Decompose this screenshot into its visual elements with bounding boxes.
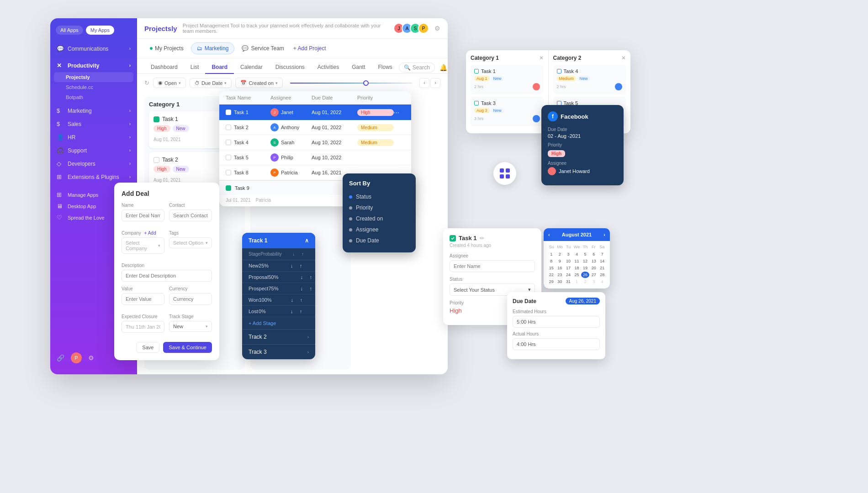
up-icon[interactable]: ↑ <box>309 274 315 280</box>
tab-activities[interactable]: Activities <box>311 61 345 74</box>
cat-card-task4[interactable]: Task 4 Medium New 2 hrs <box>553 65 626 94</box>
grid-icon-circle[interactable] <box>493 162 516 185</box>
save-button[interactable]: Save <box>136 342 159 353</box>
row-checkbox[interactable] <box>226 155 231 160</box>
sort-item-status[interactable]: Status <box>349 191 409 202</box>
company-select[interactable]: Select Company ▾ <box>122 237 164 254</box>
cat-checkbox[interactable] <box>557 69 561 73</box>
tab-discussions[interactable]: Discussions <box>269 61 311 74</box>
tab-service-team[interactable]: 💬 Service Team <box>236 43 289 54</box>
actual-hours-label: Actual Hours <box>513 331 600 336</box>
track-2-section[interactable]: Track 2 › <box>242 329 315 344</box>
closure-input[interactable] <box>122 321 164 333</box>
add-company-button[interactable]: + Add <box>144 231 156 236</box>
currency-input[interactable] <box>169 293 212 305</box>
cat-card-task1[interactable]: Task 1 Aug 1 New 2 hrs <box>471 65 544 94</box>
row-checkbox[interactable] <box>226 140 231 145</box>
sidebar-tab-all-apps[interactable]: All Apps <box>56 26 83 35</box>
up-icon[interactable]: ↑ <box>300 297 309 303</box>
refresh-icon[interactable]: ↻ <box>144 79 149 86</box>
down-icon[interactable]: ↓ <box>300 274 309 280</box>
header-settings-icon[interactable]: ⚙ <box>434 25 440 32</box>
sort-item-priority[interactable]: Priority <box>349 202 409 213</box>
add-project-button[interactable]: + Add Project <box>293 45 326 52</box>
tab-calendar[interactable]: Calendar <box>234 61 269 74</box>
prev-month-icon[interactable]: ‹ <box>548 232 550 237</box>
cat-checkbox[interactable] <box>474 101 479 105</box>
down-icon[interactable]: ↓ <box>291 309 300 314</box>
link-icon[interactable]: 🔗 <box>57 354 64 362</box>
sort-item-assignee[interactable]: Assignee <box>349 224 409 235</box>
notification-icon[interactable]: 🔔 <box>439 64 447 71</box>
tab-gantt[interactable]: Gantt <box>345 61 371 74</box>
next-arrow[interactable]: › <box>430 78 440 88</box>
cat-card-task3[interactable]: Task 3 Aug 3 New 3 hrs <box>471 97 544 126</box>
sidebar-tab-my-apps[interactable]: My Apps <box>86 26 114 35</box>
close-icon[interactable]: ✕ <box>621 55 626 61</box>
collapse-icon[interactable]: ∧ <box>305 237 309 244</box>
task-checkbox[interactable] <box>153 116 159 122</box>
due-date-filter[interactable]: ⏱ Due Date ▾ <box>190 78 232 88</box>
add-stage-button[interactable]: + Add Stage <box>242 317 315 329</box>
created-on-filter[interactable]: 📅 Created on ▾ <box>235 78 282 88</box>
sidebar-item-communications[interactable]: 💬 Communications › <box>50 42 137 55</box>
task-check[interactable] <box>450 235 456 241</box>
search-input[interactable]: 🔍 Search <box>399 63 435 73</box>
next-month-icon[interactable]: › <box>603 232 605 237</box>
sidebar-item-botpath[interactable]: Botpath <box>50 92 137 102</box>
table-row[interactable]: Task 4 S Sarah Aug 10, 2022 Medium <box>219 135 411 150</box>
down-icon[interactable]: ↓ <box>300 286 309 291</box>
tab-my-projects[interactable]: My Projects <box>144 43 189 54</box>
sidebar-item-marketing[interactable]: $ Marketing › <box>50 104 137 117</box>
tab-dashboard[interactable]: Dashboard <box>144 61 184 74</box>
contact-input[interactable] <box>169 210 212 221</box>
save-continue-button[interactable]: Save & Continue <box>163 342 212 353</box>
open-filter[interactable]: ◉ Open ▾ <box>153 78 186 88</box>
tags-select[interactable]: Select Option ▾ <box>169 237 212 248</box>
up-icon[interactable]: ↑ <box>309 286 315 291</box>
sidebar-item-developers[interactable]: ◇ Developers › <box>50 157 137 170</box>
assignee-input[interactable] <box>450 260 535 272</box>
up-icon[interactable]: ↑ <box>300 263 309 268</box>
edit-icon[interactable]: ✏ <box>480 235 484 241</box>
track-3-section[interactable]: Track 3 › <box>242 344 315 359</box>
down-icon[interactable]: ↓ <box>291 263 300 268</box>
value-input[interactable] <box>122 293 164 305</box>
tab-flows[interactable]: Flows <box>372 61 399 74</box>
tab-board[interactable]: Board <box>205 61 234 74</box>
track-stage-select[interactable]: New ▾ <box>169 321 212 332</box>
description-input[interactable] <box>122 270 212 282</box>
sidebar-item-schedulecc[interactable]: Schedule.cc <box>50 82 137 92</box>
sidebar-item-extensions[interactable]: ⊞ Extensions & Plugins › <box>50 170 137 184</box>
row-checkbox[interactable] <box>226 110 231 115</box>
table-row[interactable]: Task 2 A Anthony Aug 01, 2022 Medium <box>219 120 411 135</box>
row-checkbox[interactable] <box>226 170 231 175</box>
sidebar-item-projectsly[interactable]: Projectsly <box>54 72 133 82</box>
more-options-icon[interactable]: ··· <box>394 109 405 116</box>
task-checkbox[interactable] <box>226 185 231 191</box>
tab-list[interactable]: List <box>184 61 206 74</box>
cat-checkbox[interactable] <box>474 69 479 73</box>
deal-name-input[interactable] <box>122 210 164 221</box>
sidebar-item-productivity[interactable]: ✕ Productivity › <box>50 59 137 72</box>
task-checkbox[interactable] <box>153 157 159 163</box>
tab-marketing[interactable]: 🗂 Marketing <box>191 42 235 54</box>
sort-item-due-date[interactable]: Due Date <box>349 235 409 246</box>
close-icon[interactable]: ✕ <box>539 55 544 61</box>
sort-item-created-on[interactable]: Created on <box>349 213 409 224</box>
settings-icon[interactable]: ⚙ <box>88 354 94 362</box>
table-row-highlighted[interactable]: Task 1 J Janet Aug 01, 2022 High ··· <box>219 105 411 120</box>
row-checkbox[interactable] <box>226 125 231 130</box>
task-date: Aug 01, 2021 <box>153 137 181 142</box>
sidebar-item-sales[interactable]: $ Sales › <box>50 117 137 131</box>
highlighted-day[interactable]: 26 <box>581 272 589 278</box>
table-row[interactable]: Task 5 P Philip Aug 10, 2022 <box>219 150 411 165</box>
down-icon[interactable]: ↓ <box>291 297 300 303</box>
prev-arrow[interactable]: ‹ <box>419 78 429 88</box>
track-1-header[interactable]: Track 1 ∧ <box>242 233 315 248</box>
track-row-new: New 25% ↓ ↑ <box>242 260 315 272</box>
sidebar-item-support[interactable]: 🎧 Support › <box>50 144 137 157</box>
sidebar-item-hr[interactable]: 👤 HR › <box>50 131 137 144</box>
avatar-icon[interactable]: P <box>71 352 82 363</box>
up-icon[interactable]: ↑ <box>300 309 309 314</box>
